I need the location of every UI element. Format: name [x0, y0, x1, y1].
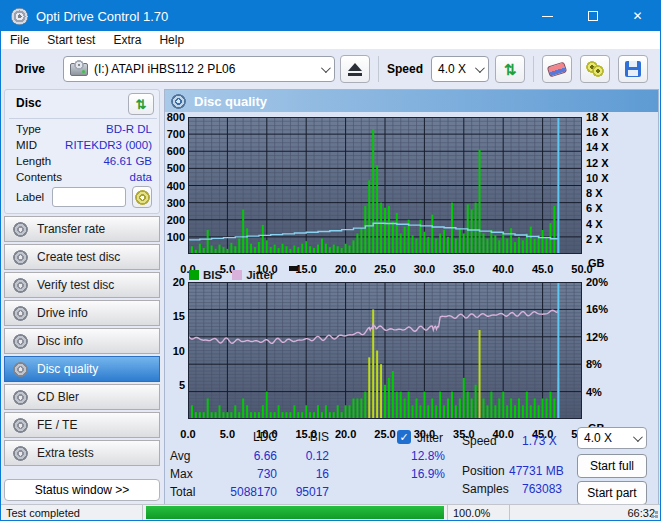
disc-label-input[interactable]: [52, 187, 126, 207]
test-speed-select[interactable]: 4.0 X: [577, 427, 647, 449]
sidebar-item-transfer-rate[interactable]: Transfer rate: [4, 216, 160, 242]
stats-avg-jitter: 12.8%: [375, 449, 445, 464]
axis-tick: 30.0: [414, 263, 435, 275]
stats-max-bis: 16: [277, 467, 329, 482]
start-part-button[interactable]: Start part: [577, 481, 647, 505]
axis-tick: 4 X: [586, 218, 603, 230]
legend-swatch: [232, 270, 242, 280]
chart-top: 1002003004005006007008002 X4 X6 X8 X10 X…: [188, 117, 582, 254]
axis-tick: 800: [167, 111, 185, 123]
app-window: Opti Drive Control 1.70 ✕ File Start tes…: [0, 0, 661, 521]
axis-tick: 100: [167, 231, 185, 243]
refresh-icon: ⇅: [136, 98, 147, 111]
drive-select[interactable]: (I:) ATAPI iHBS112 2 PL06: [63, 56, 335, 82]
menu-file[interactable]: File: [1, 31, 38, 49]
axis-tick: 10: [173, 345, 185, 357]
toolbar-separator: [378, 56, 379, 82]
quality-chart-svg: [188, 117, 582, 254]
position-stat-value: 47731 MB: [509, 464, 564, 479]
menu-help[interactable]: Help: [150, 31, 193, 49]
axis-tick: 4%: [586, 386, 602, 398]
start-full-button[interactable]: Start full: [577, 454, 647, 478]
drive-icon: [70, 63, 88, 76]
panel-title: Disc quality: [194, 94, 267, 109]
axis-tick: 600: [167, 145, 185, 157]
axis-tick: 2 X: [586, 233, 603, 245]
legend-swatch: [189, 270, 199, 280]
samples-stat-value: 763083: [522, 482, 562, 497]
stats-row-label: Avg: [170, 449, 190, 464]
sidebar-item-cd-bler[interactable]: CD Bler: [4, 384, 160, 410]
speed-select[interactable]: 4.0 X: [431, 56, 489, 82]
speed-label: Speed: [387, 62, 423, 76]
axis-tick: 10 X: [586, 172, 609, 184]
save-button[interactable]: [618, 55, 648, 83]
axis-tick: 18 X: [586, 111, 609, 123]
title-bar: Opti Drive Control 1.70 ✕: [1, 1, 660, 31]
disc-icon: [171, 94, 186, 109]
progress-percent: 100.0%: [448, 505, 510, 520]
progress-fill: [146, 506, 444, 519]
main-panel: Disc quality LDCRead speedWrite speed 10…: [164, 89, 659, 506]
menu-extra[interactable]: Extra: [104, 31, 150, 49]
chevron-down-icon: [321, 63, 331, 73]
status-text: Test completed: [1, 505, 143, 520]
sidebar-item-fe-te[interactable]: FE / TE: [4, 412, 160, 438]
disc-icon: [13, 334, 28, 349]
axis-tick: 400: [167, 180, 185, 192]
legend-marker: [289, 266, 298, 271]
axis-tick: 700: [167, 128, 185, 140]
maximize-icon: [588, 11, 598, 21]
disc-label-row: Label: [16, 186, 152, 208]
minimize-button[interactable]: [525, 1, 570, 31]
axis-tick: 8%: [586, 358, 602, 370]
sidebar-item-disc-info[interactable]: Disc info: [4, 328, 160, 354]
sidebar-item-create-test-disc[interactable]: Create test disc: [4, 244, 160, 270]
refresh-speed-button[interactable]: ⇅: [495, 55, 525, 83]
stats-row-label: Total: [170, 485, 195, 500]
axis-tick: 15: [173, 310, 185, 322]
disc-icon: [13, 250, 28, 265]
axis-tick: 15.0: [295, 263, 316, 275]
axis-tick: 45.0: [532, 263, 553, 275]
status-window-button[interactable]: Status window >>: [4, 479, 160, 501]
axis-tick: 20%: [586, 276, 608, 288]
disc-icon: [135, 190, 150, 205]
test-speed-value: 4.0 X: [584, 431, 612, 445]
erase-disc-button[interactable]: [542, 55, 572, 83]
panel-header: Disc quality: [165, 90, 658, 112]
stats-total-bis: 95017: [277, 485, 329, 500]
batch-test-button[interactable]: [580, 55, 610, 83]
stats-row-label: Max: [170, 467, 193, 482]
axis-tick: 0.0: [180, 428, 195, 440]
status-bar: Test completed 100.0% 66:32: [1, 504, 660, 520]
axis-tick: 6 X: [586, 202, 603, 214]
disc-icon: [13, 446, 28, 461]
progress-bar: [143, 505, 448, 520]
stats-header-ldc: LDC: [205, 430, 277, 445]
chart-legend-bottom: BISJitter: [189, 268, 284, 281]
divider: [9, 118, 157, 119]
menu-start-test[interactable]: Start test: [38, 31, 104, 49]
disc-icon: [13, 222, 28, 237]
jitter-checkbox[interactable]: ✓: [397, 430, 411, 444]
maximize-button[interactable]: [570, 1, 615, 31]
disc-refresh-button[interactable]: ⇅: [128, 93, 154, 115]
axis-tick: 300: [167, 197, 185, 209]
close-button[interactable]: ✕: [615, 1, 660, 31]
axis-tick: 20.0: [335, 428, 356, 440]
disc-label-button[interactable]: [132, 186, 152, 208]
sidebar-item-extra-tests[interactable]: Extra tests: [4, 440, 160, 466]
axis-tick: 20: [173, 276, 185, 288]
disc-icon: [13, 306, 28, 321]
position-stat-label: Position: [462, 464, 505, 479]
disc-panel-title: Disc: [16, 96, 41, 110]
eject-button[interactable]: [340, 55, 370, 83]
sidebar-item-disc-quality[interactable]: Disc quality: [4, 356, 160, 382]
sidebar-item-verify-test-disc[interactable]: Verify test disc: [4, 272, 160, 298]
stats-avg-ldc: 6.66: [205, 449, 277, 464]
sidebar-item-drive-info[interactable]: Drive info: [4, 300, 160, 326]
axis-tick: 5: [179, 379, 185, 391]
sidebar: Disc ⇅ Type BD-R DL MID RITEKDR3 (000) L…: [1, 89, 162, 506]
legend-label: BIS: [203, 269, 222, 281]
